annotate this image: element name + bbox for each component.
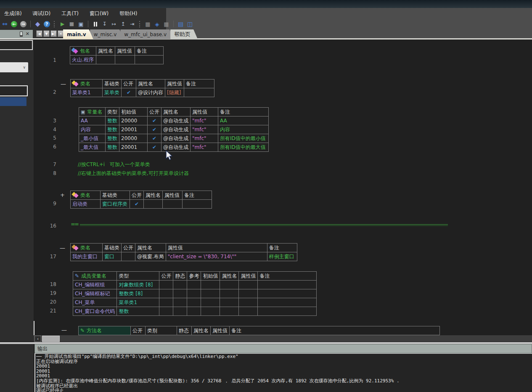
output-panel-header[interactable]: 输出 [34, 344, 532, 353]
member-name-cell[interactable]: CH_编辑框组 [73, 281, 117, 289]
public-check-cell[interactable]: ✔ [148, 125, 161, 134]
public-check-cell[interactable]: ✔ [122, 88, 136, 97]
base-class-cell[interactable]: 窗口 [103, 252, 122, 261]
attr-name-cell[interactable]: @视窗.布局 [135, 252, 166, 261]
close-icon[interactable]: ✕ [26, 32, 29, 36]
note-cell[interactable] [184, 88, 214, 97]
pin-icon[interactable] [20, 32, 23, 37]
attr-value-cell[interactable]: "mfc" [191, 125, 218, 134]
run-debug-icon[interactable]: ▶ [58, 20, 66, 28]
member-name-cell[interactable]: CH_窗口命令代码 [73, 307, 117, 316]
public-check-cell[interactable]: ✔ [148, 143, 161, 152]
navigate-back-icon[interactable]: ← [11, 21, 17, 27]
note-cell[interactable]: 内容 [218, 125, 269, 134]
public-check-cell[interactable]: ✔ [130, 200, 144, 209]
methods-table-title[interactable]: ✎方法名 [79, 326, 131, 335]
scroll-left-button[interactable]: ‹ [34, 336, 41, 342]
sidebar-input[interactable] [0, 85, 28, 96]
public-check-cell[interactable]: ✔ [148, 134, 161, 143]
tab-scroll-left-icon[interactable]: ◀ [36, 30, 42, 37]
note-cell[interactable]: AA [218, 117, 269, 125]
const-init-cell[interactable]: 20001 [119, 143, 148, 152]
member-type-cell[interactable]: 对象数组类 [8] [117, 281, 159, 289]
collapse-marker[interactable]: — [60, 245, 65, 251]
code-editor[interactable]: 1 包名 属性名 属性值 备注 火山.程序 — 2 类名 基础类 [34, 40, 532, 335]
note-cell[interactable]: 样例主窗口 [267, 252, 297, 261]
const-init-cell[interactable]: 20000 [119, 134, 148, 143]
package-name-cell[interactable]: 火山.程序 [70, 56, 96, 64]
note-cell[interactable] [183, 200, 212, 209]
memory-window-icon[interactable]: ▦ [144, 20, 152, 28]
sidebar-titlebar[interactable]: ✕ [0, 30, 33, 38]
tab-w-mfc-ui-base-v[interactable]: w_mfc_ui_base.v [120, 29, 174, 39]
step-out-icon[interactable]: ↥ [119, 20, 127, 28]
attr-name-cell[interactable]: @自动生成 [161, 134, 191, 143]
attr-value-cell[interactable]: "mfc" [191, 143, 218, 152]
base-class-cell[interactable]: 窗口程序类 [101, 200, 130, 209]
tab-main-v[interactable]: main.v [63, 29, 93, 39]
horizontal-scrollbar[interactable]: ‹ [34, 335, 532, 342]
restart-debug-icon[interactable]: ▣ [77, 20, 85, 28]
const-type-cell[interactable]: 整数 [106, 143, 119, 152]
sidebar-field[interactable] [0, 40, 33, 50]
attr-value-cell[interactable]: "client_size = \"830, 714\"" [166, 252, 267, 261]
menu-build[interactable]: 生成(B) [4, 10, 22, 17]
member-type-cell[interactable]: 菜单类1 [117, 298, 159, 307]
attr-name-cell[interactable] [144, 200, 163, 209]
attr-value-cell[interactable]: [隐藏] [165, 88, 184, 97]
tab-list-dropdown-icon[interactable]: ▼ [43, 30, 50, 37]
help-book-icon[interactable]: ◆ [34, 20, 42, 28]
tab-help-page[interactable]: 帮助页 [170, 29, 198, 39]
attr-name-cell[interactable]: @自动生成 [161, 125, 191, 134]
cell[interactable] [115, 56, 135, 64]
attr-value-cell[interactable]: "mfc" [191, 117, 218, 125]
output-panel-content[interactable]: ── 开始调试当前项目"pp"编译后的结果文件"D:\pp\_int\pp\de… [34, 353, 532, 392]
comment-line[interactable]: //按CTRL+i 可加入一个菜单类 [78, 161, 150, 168]
menu-debug[interactable]: 调试(D) [33, 10, 51, 17]
step-into-icon[interactable]: ↧ [101, 20, 109, 28]
const-type-cell[interactable]: 整数 [106, 134, 119, 143]
member-name-cell[interactable]: CH_编辑框标记 [73, 289, 117, 298]
scrollbar-thumb[interactable] [42, 336, 60, 342]
class-name-cell[interactable]: 我的主窗口 [71, 252, 103, 261]
note-cell[interactable]: 所有ID值中的最小值 [218, 134, 269, 143]
collapse-marker[interactable]: — [61, 327, 67, 333]
comment-line[interactable]: //右键上面的基础类中的菜单类,可打开菜单设计器 [78, 170, 189, 177]
const-type-cell[interactable]: 整数 [106, 117, 119, 125]
section-divider-mark[interactable]: == [71, 221, 78, 227]
class-name-cell[interactable]: 启动类 [71, 200, 101, 209]
const-name-cell[interactable]: _最小值 [79, 134, 106, 143]
menu-tools[interactable]: 工具(T) [61, 10, 79, 17]
attr-value-cell[interactable]: "mfc" [191, 134, 218, 143]
break-all-hand-icon[interactable] [91, 20, 99, 28]
public-check-cell[interactable]: ✔ [148, 117, 161, 125]
step-over-icon[interactable]: ↦ [110, 20, 118, 28]
tab-scroll-right-icon[interactable]: ▶| [50, 30, 57, 37]
attr-name-cell[interactable]: @自动生成 [161, 117, 191, 125]
preview-window-icon[interactable]: ◫ [186, 20, 194, 28]
find-icon[interactable]: ●● [1, 20, 9, 28]
stop-debug-icon[interactable]: ■ [68, 20, 76, 28]
member-type-cell[interactable]: 整数 [117, 307, 159, 316]
navigate-forward-icon[interactable]: → [20, 21, 26, 27]
cell[interactable] [135, 56, 164, 64]
member-name-cell[interactable]: CH_菜单 [73, 298, 117, 307]
attr-name-cell[interactable]: @设计内容 [136, 88, 165, 97]
note-cell[interactable]: 所有ID值中的最大值 [218, 143, 269, 152]
const-init-cell[interactable]: 20000 [119, 117, 148, 125]
attr-value-cell[interactable] [163, 200, 183, 209]
const-init-cell[interactable]: 20001 [119, 125, 148, 134]
collapse-marker[interactable]: — [61, 81, 66, 87]
const-name-cell[interactable]: _最大值 [79, 143, 106, 152]
menu-window[interactable]: 窗口(W) [90, 10, 109, 17]
const-name-cell[interactable]: 内容 [79, 125, 106, 134]
menu-help[interactable]: 帮助(H) [119, 10, 137, 17]
sidebar-selected-item[interactable] [0, 97, 26, 106]
class-name-cell[interactable]: 菜单类1 [71, 88, 103, 97]
help-icon[interactable]: ? [44, 21, 50, 27]
tab-w-misc-v[interactable]: w_misc.v [90, 29, 124, 39]
clear-breakpoints-icon[interactable]: ▦ [162, 20, 170, 28]
const-type-cell[interactable]: 整数 [106, 125, 119, 134]
expand-marker[interactable]: + [60, 192, 65, 198]
member-type-cell[interactable]: 整数类 [8] [117, 289, 159, 298]
